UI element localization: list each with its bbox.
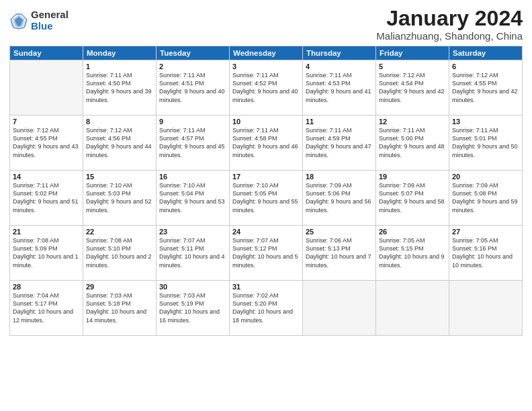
col-sunday: Sunday <box>10 46 83 60</box>
day-number: 31 <box>232 283 300 291</box>
cell-w4-d6 <box>449 281 523 336</box>
day-detail: Sunrise: 7:03 AMSunset: 5:18 PMDaylight:… <box>86 291 153 324</box>
day-detail: Sunrise: 7:12 AMSunset: 4:55 PMDaylight:… <box>13 126 80 159</box>
cell-w4-d5 <box>376 281 449 336</box>
logo-text: General Blue <box>31 9 69 32</box>
logo-blue: Blue <box>31 21 69 32</box>
cell-w4-d4 <box>303 281 376 336</box>
day-detail: Sunrise: 7:11 AMSunset: 5:01 PMDaylight:… <box>452 126 519 159</box>
day-detail: Sunrise: 7:11 AMSunset: 5:02 PMDaylight:… <box>13 181 80 214</box>
cell-w0-d1: 1Sunrise: 7:11 AMSunset: 4:50 PMDaylight… <box>83 60 157 116</box>
day-detail: Sunrise: 7:02 AMSunset: 5:20 PMDaylight:… <box>232 291 300 324</box>
day-detail: Sunrise: 7:11 AMSunset: 4:52 PMDaylight:… <box>232 71 300 104</box>
week-row-4: 28Sunrise: 7:04 AMSunset: 5:17 PMDayligh… <box>10 281 523 336</box>
day-detail: Sunrise: 7:11 AMSunset: 4:57 PMDaylight:… <box>159 126 226 159</box>
day-number: 3 <box>232 62 300 71</box>
day-number: 14 <box>13 173 80 181</box>
day-number: 10 <box>232 118 300 126</box>
day-detail: Sunrise: 7:10 AMSunset: 5:05 PMDaylight:… <box>232 181 300 214</box>
day-number: 21 <box>13 228 80 236</box>
cell-w4-d3: 31Sunrise: 7:02 AMSunset: 5:20 PMDayligh… <box>230 281 303 336</box>
day-number: 25 <box>306 228 373 236</box>
day-number: 5 <box>379 62 446 71</box>
day-detail: Sunrise: 7:12 AMSunset: 4:55 PMDaylight:… <box>452 71 519 104</box>
cell-w4-d2: 30Sunrise: 7:03 AMSunset: 5:19 PMDayligh… <box>157 281 230 336</box>
cell-w3-d2: 23Sunrise: 7:07 AMSunset: 5:11 PMDayligh… <box>157 226 230 281</box>
cell-w3-d5: 26Sunrise: 7:05 AMSunset: 5:15 PMDayligh… <box>376 226 449 281</box>
day-number: 17 <box>232 173 300 181</box>
day-number: 28 <box>13 283 80 291</box>
cell-w1-d5: 12Sunrise: 7:11 AMSunset: 5:00 PMDayligh… <box>376 116 449 171</box>
day-number: 24 <box>232 228 300 236</box>
day-detail: Sunrise: 7:11 AMSunset: 4:50 PMDaylight:… <box>86 71 153 104</box>
day-number: 12 <box>379 118 446 126</box>
day-number: 9 <box>159 118 226 126</box>
calendar-title: January 2024 <box>376 7 523 30</box>
logo-general: General <box>31 9 69 21</box>
day-number: 29 <box>86 283 153 291</box>
day-detail: Sunrise: 7:10 AMSunset: 5:03 PMDaylight:… <box>86 181 153 214</box>
week-row-2: 14Sunrise: 7:11 AMSunset: 5:02 PMDayligh… <box>10 171 523 226</box>
cell-w3-d0: 21Sunrise: 7:08 AMSunset: 5:09 PMDayligh… <box>10 226 83 281</box>
cell-w1-d3: 10Sunrise: 7:11 AMSunset: 4:58 PMDayligh… <box>230 116 303 171</box>
cell-w2-d0: 14Sunrise: 7:11 AMSunset: 5:02 PMDayligh… <box>10 171 83 226</box>
cell-w0-d0 <box>10 60 83 116</box>
cell-w4-d0: 28Sunrise: 7:04 AMSunset: 5:17 PMDayligh… <box>10 281 83 336</box>
day-number: 6 <box>452 62 519 71</box>
logo: General Blue <box>9 9 69 32</box>
day-number: 23 <box>159 228 226 236</box>
week-row-1: 7Sunrise: 7:12 AMSunset: 4:55 PMDaylight… <box>10 116 523 171</box>
day-number: 15 <box>86 173 153 181</box>
day-number: 11 <box>306 118 373 126</box>
cell-w1-d6: 13Sunrise: 7:11 AMSunset: 5:01 PMDayligh… <box>449 116 523 171</box>
col-monday: Monday <box>83 46 157 60</box>
cell-w3-d6: 27Sunrise: 7:05 AMSunset: 5:16 PMDayligh… <box>449 226 523 281</box>
cell-w1-d0: 7Sunrise: 7:12 AMSunset: 4:55 PMDaylight… <box>10 116 83 171</box>
cell-w2-d4: 18Sunrise: 7:09 AMSunset: 5:06 PMDayligh… <box>303 171 376 226</box>
day-detail: Sunrise: 7:11 AMSunset: 4:58 PMDaylight:… <box>232 126 300 159</box>
week-row-3: 21Sunrise: 7:08 AMSunset: 5:09 PMDayligh… <box>10 226 523 281</box>
header: General Blue January 2024 Malianzhuang, … <box>9 7 523 42</box>
cell-w1-d1: 8Sunrise: 7:12 AMSunset: 4:56 PMDaylight… <box>83 116 157 171</box>
day-detail: Sunrise: 7:09 AMSunset: 5:07 PMDaylight:… <box>379 181 446 214</box>
day-detail: Sunrise: 7:11 AMSunset: 4:51 PMDaylight:… <box>159 71 226 104</box>
day-detail: Sunrise: 7:06 AMSunset: 5:13 PMDaylight:… <box>306 236 373 269</box>
cell-w0-d6: 6Sunrise: 7:12 AMSunset: 4:55 PMDaylight… <box>449 60 523 116</box>
calendar-subtitle: Malianzhuang, Shandong, China <box>376 30 523 42</box>
logo-icon <box>9 11 28 30</box>
cell-w2-d5: 19Sunrise: 7:09 AMSunset: 5:07 PMDayligh… <box>376 171 449 226</box>
header-row: Sunday Monday Tuesday Wednesday Thursday… <box>10 46 523 60</box>
cell-w0-d4: 4Sunrise: 7:11 AMSunset: 4:53 PMDaylight… <box>303 60 376 116</box>
day-number: 1 <box>86 62 153 71</box>
calendar-table: Sunday Monday Tuesday Wednesday Thursday… <box>9 46 523 336</box>
day-detail: Sunrise: 7:10 AMSunset: 5:04 PMDaylight:… <box>159 181 226 214</box>
cell-w2-d3: 17Sunrise: 7:10 AMSunset: 5:05 PMDayligh… <box>230 171 303 226</box>
cell-w2-d2: 16Sunrise: 7:10 AMSunset: 5:04 PMDayligh… <box>157 171 230 226</box>
cell-w1-d4: 11Sunrise: 7:11 AMSunset: 4:59 PMDayligh… <box>303 116 376 171</box>
cell-w2-d6: 20Sunrise: 7:09 AMSunset: 5:08 PMDayligh… <box>449 171 523 226</box>
day-detail: Sunrise: 7:04 AMSunset: 5:17 PMDaylight:… <box>13 291 80 324</box>
day-detail: Sunrise: 7:05 AMSunset: 5:16 PMDaylight:… <box>452 236 519 269</box>
day-number: 19 <box>379 173 446 181</box>
day-number: 27 <box>452 228 519 236</box>
cell-w1-d2: 9Sunrise: 7:11 AMSunset: 4:57 PMDaylight… <box>157 116 230 171</box>
day-detail: Sunrise: 7:09 AMSunset: 5:06 PMDaylight:… <box>306 181 373 214</box>
col-friday: Friday <box>376 46 449 60</box>
cell-w0-d5: 5Sunrise: 7:12 AMSunset: 4:54 PMDaylight… <box>376 60 449 116</box>
day-detail: Sunrise: 7:11 AMSunset: 4:53 PMDaylight:… <box>306 71 373 104</box>
day-detail: Sunrise: 7:11 AMSunset: 5:00 PMDaylight:… <box>379 126 446 159</box>
day-detail: Sunrise: 7:05 AMSunset: 5:15 PMDaylight:… <box>379 236 446 269</box>
day-number: 20 <box>452 173 519 181</box>
cell-w4-d1: 29Sunrise: 7:03 AMSunset: 5:18 PMDayligh… <box>83 281 157 336</box>
day-number: 16 <box>159 173 226 181</box>
cell-w0-d2: 2Sunrise: 7:11 AMSunset: 4:51 PMDaylight… <box>157 60 230 116</box>
day-detail: Sunrise: 7:12 AMSunset: 4:54 PMDaylight:… <box>379 71 446 104</box>
day-number: 7 <box>13 118 80 126</box>
day-number: 8 <box>86 118 153 126</box>
day-number: 30 <box>159 283 226 291</box>
day-detail: Sunrise: 7:11 AMSunset: 4:59 PMDaylight:… <box>306 126 373 159</box>
day-number: 26 <box>379 228 446 236</box>
day-number: 4 <box>306 62 373 71</box>
cell-w3-d4: 25Sunrise: 7:06 AMSunset: 5:13 PMDayligh… <box>303 226 376 281</box>
cell-w3-d3: 24Sunrise: 7:07 AMSunset: 5:12 PMDayligh… <box>230 226 303 281</box>
